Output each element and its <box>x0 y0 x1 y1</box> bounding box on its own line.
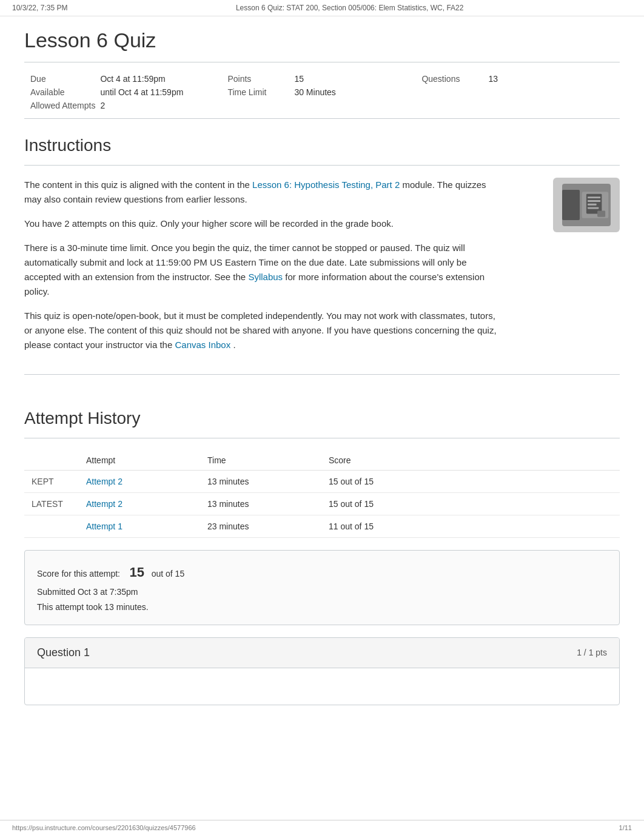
page-title: Lesson 6 Quiz <box>24 16 620 62</box>
attempt-row-3-label <box>24 515 79 538</box>
attempt-row-2-attempt: Attempt 2 <box>79 493 200 515</box>
col-header-attempt: Attempt <box>79 451 200 471</box>
attempt-row-2: LATEST Attempt 2 13 minutes 15 out of 15 <box>24 493 620 515</box>
attempt-table-body: KEPT Attempt 2 13 minutes 15 out of 15 L… <box>24 471 620 538</box>
instructions-para-3: There is a 30-minute time limit. Once yo… <box>24 241 497 299</box>
col-header-time: Time <box>200 451 321 471</box>
attempt-2-link-2[interactable]: Attempt 2 <box>86 499 122 509</box>
meta-value-available: until Oct 4 at 11:59pm <box>100 86 191 99</box>
timestamp: 10/3/22, 7:35 PM <box>12 4 67 12</box>
syllabus-link[interactable]: Syllabus <box>248 272 283 282</box>
duration-line: This attempt took 13 minutes. <box>37 600 607 615</box>
bottom-bar: https://psu.instructure.com/courses/2201… <box>0 820 644 835</box>
meta-label-points: Points <box>227 72 294 86</box>
svg-rect-2 <box>588 196 600 198</box>
meta-value-attempts: 2 <box>100 99 191 112</box>
meta-value-points: 15 <box>294 72 385 86</box>
quiz-meta: Due Oct 4 at 11:59pm Points 15 Questions… <box>24 62 620 119</box>
footer-page: 1/11 <box>619 824 632 831</box>
attempt-row-3-time: 23 minutes <box>200 515 321 538</box>
score-out-of: out of 15 <box>152 569 185 578</box>
submitted-line: Submitted Oct 3 at 7:35pm <box>37 585 607 600</box>
meta-row-1: Due Oct 4 at 11:59pm Points 15 Questions… <box>30 72 579 86</box>
page-breadcrumb: Lesson 6 Quiz: STAT 200, Section 005/006… <box>236 4 464 12</box>
meta-row-3: Allowed Attempts 2 <box>30 99 579 112</box>
attempt-row-3-attempt: Attempt 1 <box>79 515 200 538</box>
instructions-para-4: This quiz is open-note/open-book, but it… <box>24 309 497 352</box>
attempt-table-head: Attempt Time Score <box>24 451 620 471</box>
attempt-row-2-score: 15 out of 15 <box>321 493 620 515</box>
question-1-body <box>25 668 619 705</box>
instructions-para-1: The content in this quiz is aligned with… <box>24 178 497 207</box>
meta-value-due: Oct 4 at 11:59pm <box>100 72 191 86</box>
instructions-para-2: You have 2 attempts on this quiz. Only y… <box>24 216 497 231</box>
attempt-row-3: Attempt 1 23 minutes 11 out of 15 <box>24 515 620 538</box>
quiz-meta-table: Due Oct 4 at 11:59pm Points 15 Questions… <box>30 72 579 112</box>
canvas-inbox-link[interactable]: Canvas Inbox <box>175 340 230 350</box>
lesson6-link[interactable]: Lesson 6: Hypothesis Testing, Part 2 <box>252 179 400 190</box>
top-bar: 10/3/22, 7:35 PM Lesson 6 Quiz: STAT 200… <box>0 0 644 16</box>
meta-label-attempts: Allowed Attempts <box>30 99 100 112</box>
meta-row-2: Available until Oct 4 at 11:59pm Time Li… <box>30 86 579 99</box>
question-1-box: Question 1 1 / 1 pts <box>24 637 620 705</box>
instructions-section-title: Instructions <box>24 119 620 166</box>
meta-label-due: Due <box>30 72 100 86</box>
col-header-label <box>24 451 79 471</box>
attempt-row-3-score: 11 out of 15 <box>321 515 620 538</box>
instructions-section: The content in this quiz is aligned with… <box>24 178 620 375</box>
attempt-table-header-row: Attempt Time Score <box>24 451 620 471</box>
attempt-row-2-label: LATEST <box>24 493 79 515</box>
attempt-2-link-1[interactable]: Attempt 2 <box>86 477 122 486</box>
page-wrapper: Lesson 6 Quiz Due Oct 4 at 11:59pm Point… <box>0 16 644 742</box>
footer-url: https://psu.instructure.com/courses/2201… <box>12 824 196 831</box>
question-1-header: Question 1 1 / 1 pts <box>25 638 619 668</box>
svg-rect-5 <box>588 207 599 209</box>
question-1-title: Question 1 <box>37 646 90 659</box>
attempt-history-title: Attempt History <box>24 392 620 438</box>
attempt-1-link[interactable]: Attempt 1 <box>86 521 122 531</box>
attempt-row-1-label: KEPT <box>24 471 79 493</box>
score-summary-box: Score for this attempt: 15 out of 15 Sub… <box>24 550 620 625</box>
attempt-row-2-time: 13 minutes <box>200 493 321 515</box>
svg-rect-6 <box>597 210 605 216</box>
svg-rect-4 <box>588 204 597 206</box>
meta-label-timelimit: Time Limit <box>227 86 294 99</box>
attempt-history-section: Attempt History Attempt Time Score KEPT … <box>24 392 620 538</box>
attempt-row-1-time: 13 minutes <box>200 471 321 493</box>
score-label: Score for this attempt: <box>37 569 120 578</box>
score-line: Score for this attempt: 15 out of 15 <box>37 560 607 585</box>
score-number: 15 <box>130 565 144 580</box>
meta-value-questions: 13 <box>488 72 579 86</box>
attempt-row-1-score: 15 out of 15 <box>321 471 620 493</box>
meta-label-available: Available <box>30 86 100 99</box>
attempt-row-1: KEPT Attempt 2 13 minutes 15 out of 15 <box>24 471 620 493</box>
meta-value-timelimit: 30 Minutes <box>294 86 385 99</box>
quiz-image-svg <box>580 184 611 226</box>
meta-label-questions: Questions <box>421 72 488 86</box>
attempt-row-1-attempt: Attempt 2 <box>79 471 200 493</box>
col-header-score: Score <box>321 451 620 471</box>
instructions-image <box>553 178 620 232</box>
image-placeholder <box>562 184 611 226</box>
attempt-history-table: Attempt Time Score KEPT Attempt 2 13 min… <box>24 451 620 538</box>
question-1-pts: 1 / 1 pts <box>577 648 607 657</box>
svg-rect-3 <box>588 200 600 202</box>
